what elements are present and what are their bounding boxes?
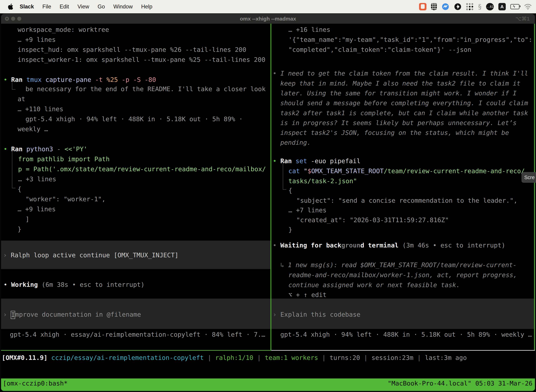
terminal-line: keep that in mind. Maybe I also need the… <box>280 78 520 88</box>
window-shortcut-badge: ⌥⌘1 <box>515 16 530 22</box>
input-source-icon[interactable]: A <box>498 3 506 10</box>
terminal-line: inspect_hud: omx sparkshell --tmux-pane … <box>18 45 246 55</box>
terminal-line: ] <box>25 214 29 224</box>
terminal-line: } <box>288 225 292 235</box>
pane-divider[interactable] <box>270 24 271 350</box>
tmux-session-label: [omx-cczip0:bash* <box>3 380 67 387</box>
terminal-line: … +9 lines <box>18 204 56 214</box>
terminal-line: … +7 lines <box>288 205 326 215</box>
menu-item-edit[interactable]: Edit <box>60 4 69 10</box>
terminal-line: "worker": "worker-1", <box>25 194 105 204</box>
terminal-line: workspace_mode: worktree <box>18 25 109 35</box>
wifi-icon[interactable] <box>524 4 532 10</box>
terminal-line: "completed","claim_token":"claim-token"}… <box>288 45 471 55</box>
kaleidoscope-icon[interactable] <box>454 3 462 10</box>
terminal-line: continue assigned work or next feasible … <box>288 280 460 290</box>
ralph-loop-banner: › Ralph loop active continue [OMX_TMUX_I… <box>3 250 178 260</box>
badge-61-icon[interactable]: ..61 <box>486 3 494 10</box>
battery-icon[interactable]: ϟ <box>510 4 519 9</box>
terminal-line: { <box>18 184 21 194</box>
menu-item-go[interactable]: Go <box>98 4 105 10</box>
terminal-line: } <box>18 224 21 234</box>
terminal-line: inspect task2's JSON, focusing on the st… <box>280 128 509 138</box>
menu-item-file[interactable]: File <box>42 4 51 10</box>
terminal-line: ↳ 1 new msg(s): read $OMX_TEAM_STATE_ROO… <box>280 260 517 270</box>
terminal-line: • Waiting for background terminal (3m 46… <box>273 240 505 250</box>
chat-app-icon[interactable] <box>419 3 426 10</box>
menu-item-window[interactable]: Window <box>113 4 133 10</box>
terminal-line: … +110 lines <box>18 104 63 114</box>
terminal-line: • I need to get the claim token from the… <box>273 68 528 78</box>
terminal-line: pending. <box>280 138 311 148</box>
tmux-status-bar: [omx-cczip0:bash* "MacBook-Pro-44.local"… <box>1 378 535 391</box>
pane-bottom-border-active <box>1 350 271 351</box>
menu-bar-status-icons: § ..61 A ϟ <box>419 0 532 13</box>
terminal-line: • Ran set -euo pipefail <box>273 156 360 166</box>
terminal-line: … +16 lines <box>288 25 330 35</box>
terminal-line: { <box>288 186 292 196</box>
terminal-line: task2 after task1 is complete, but can I… <box>280 108 528 118</box>
terminal-line: … +3 lines <box>18 174 56 184</box>
hook-squiggle-icon[interactable]: § <box>478 3 482 10</box>
terminal-line: weekly … <box>18 124 48 134</box>
terminal-line: at <box>18 94 25 104</box>
terminal-line: "created_at": "2026-03-31T11:59:27.816Z" <box>296 215 449 225</box>
terminal-line: • Ran python3 - <<'PY' <box>4 144 87 154</box>
terminal-line: be necessary for the end of the README. … <box>25 84 266 94</box>
terminal-line: • Ran tmux capture-pane -t %25 -p -S -80 <box>4 75 156 85</box>
output-guide <box>12 152 15 188</box>
terminal-line: cat "$OMX_TEAM_STATE_ROOT/team/review-cu… <box>288 166 525 176</box>
terminal-line: ⌥ + ↑ edit <box>288 290 326 300</box>
terminal-line: gpt-5.4 xhigh · 94% left · 488K in · 5.1… <box>25 114 243 124</box>
pane-right-border <box>534 24 535 350</box>
network-speed-icon[interactable] <box>442 3 449 10</box>
window-title-bar: omx --xhigh --madmax ⌥⌘1 <box>1 14 535 24</box>
terminal-line: readme-and-reco/mailbox/worker-1.json, a… <box>288 270 517 280</box>
terminal-line: should send a message before completing … <box>280 98 528 108</box>
window-title: omx --xhigh --madmax <box>1 16 535 22</box>
menu-item-help[interactable]: Help <box>141 4 153 10</box>
tmux-host-clock: "MacBook-Pro-44.local" 05:03 31-Mar-26 <box>388 380 532 387</box>
terminal-line: • Working (6m 38s • esc to interrupt) <box>4 280 144 289</box>
omx-status-line: [OMX#0.11.9] cczip/essay/ai-reimplementa… <box>2 353 467 363</box>
terminal-line: is in progress? It seems likely but perh… <box>280 118 517 128</box>
terminal-line: gpt-5.4 xhigh · essay/ai-reimplementatio… <box>10 330 265 340</box>
terminal-line: tasks/task-2.json" <box>288 176 357 186</box>
screen-tooltip: Scre <box>522 172 536 183</box>
right-prompt-input[interactable]: › Explain this codebase <box>273 309 360 319</box>
terminal-line: "subject": "send a concise recommendatio… <box>296 196 517 205</box>
menu-bar: Slack File Edit View Go Window Help § ..… <box>0 0 536 13</box>
output-guide <box>283 163 286 190</box>
shield-grid-icon[interactable] <box>431 3 437 10</box>
terminal-line: '{"team_name":"my-team","task_id":"1","f… <box>288 35 532 45</box>
menu-item-view[interactable]: View <box>77 4 89 10</box>
terminal-line: gpt-5.4 xhigh · 94% left · 488K in · 5.1… <box>280 330 532 340</box>
terminal-line: inspect_worker-1: omx sparkshell --tmux-… <box>18 55 265 65</box>
terminal-line: p = Path('.omx/state/team/review-current… <box>18 164 266 174</box>
active-app-menu[interactable]: Slack <box>20 4 34 10</box>
terminal-line: later. Using the same for transition mig… <box>280 88 517 98</box>
terminal-line: … +9 lines <box>18 35 56 45</box>
apple-menu-icon[interactable] <box>8 4 13 10</box>
terminal-line: from pathlib import Path <box>18 154 110 164</box>
left-prompt-input[interactable]: › Improve documentation in @filename <box>3 309 141 319</box>
dots-grid-icon[interactable] <box>466 3 474 10</box>
pane-bottom-border-inactive <box>271 350 535 351</box>
